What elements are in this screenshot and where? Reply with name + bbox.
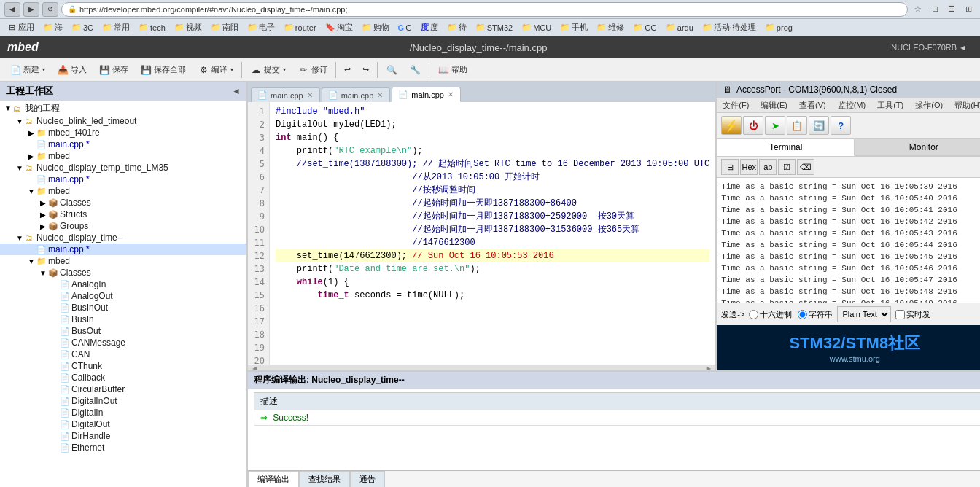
menu-monitor[interactable]: 监控(M) [832, 98, 872, 112]
project-tree[interactable]: ▼ 🗂 我的工程 ▼ 🗂 Nucleo_blink_led_timeout ▶ … [0, 101, 246, 487]
bm-taobao[interactable]: 🔖 淘宝 [322, 20, 357, 34]
tree-row-busin[interactable]: 📄 BusIn [0, 313, 246, 325]
tab-main2[interactable]: 📄 main.cpp ✕ [322, 87, 391, 102]
import-button[interactable]: 📥 导入 [52, 61, 92, 79]
tree-row-temp[interactable]: ▼ 🗂 Nucleo_display_temp_time_LM35 [0, 162, 246, 174]
tree-row-time[interactable]: ▼ 🗂 Nucleo_display_time-- [0, 232, 246, 244]
compile-button[interactable]: ⚙ 编译 ▾ [192, 61, 238, 79]
extensions-btn[interactable]: ⊞ [961, 2, 976, 17]
url-bar[interactable]: 🔒 https://developer.mbed.org/compiler/#n… [61, 2, 908, 17]
bm-3c[interactable]: 📁 3C [68, 21, 97, 34]
tree-row-temp-structs[interactable]: ▶ 📦 Structs [0, 209, 246, 220]
tree-row-circularbuf[interactable]: 📄 CircularBuffer [0, 383, 246, 395]
star-button[interactable]: ☆ [911, 2, 925, 17]
menu-operations[interactable]: 操作(O) [909, 98, 949, 112]
bm-cg[interactable]: 📁 CG [629, 21, 661, 34]
tab-close-2[interactable]: ✕ [376, 91, 384, 99]
tab-main1[interactable]: 📄 main.cpp ✕ [251, 87, 320, 102]
tree-row-root[interactable]: ▼ 🗂 我的工程 [0, 101, 246, 115]
tree-row-analogout[interactable]: 📄 AnalogOut [0, 290, 246, 302]
tree-row-businout[interactable]: 📄 BusInOut [0, 302, 246, 313]
menu-btn[interactable]: ☰ [944, 2, 959, 17]
icon-hex[interactable]: Hex [740, 159, 758, 175]
bm-g[interactable]: G G [394, 22, 416, 34]
tree-row-dirhandle[interactable]: 📄 DirHandle [0, 430, 246, 442]
new-button[interactable]: 📄 新建 ▾ [4, 61, 50, 79]
tree-row-cthunk[interactable]: 📄 CThunk [0, 360, 246, 372]
forward-button[interactable]: ▶ [23, 2, 39, 17]
tab-notices[interactable]: 通告 [350, 471, 385, 487]
search-button[interactable]: 🔍 [381, 61, 402, 79]
tree-row-blink-mbed[interactable]: ▶ 📁 mbed_f401re [0, 127, 246, 139]
icon-terminal[interactable]: ⊟ [721, 159, 739, 175]
submit-button[interactable]: ☁ 提交 ▾ [245, 61, 291, 79]
redo-button[interactable]: ↪ [357, 62, 374, 77]
bm-ardu[interactable]: 📁 ardu [662, 21, 697, 34]
tree-row-blink-main[interactable]: 📄 main.cpp * [0, 139, 246, 150]
rt-send-btn[interactable]: ➤ [765, 116, 785, 135]
tab-find-results[interactable]: 查找结果 [299, 471, 350, 487]
tree-row-time-main[interactable]: 📄 main.cpp * [0, 244, 246, 255]
tree-row-blink[interactable]: ▼ 🗂 Nucleo_blink_led_timeout [0, 115, 246, 127]
bm-hai[interactable]: 📁 海 [39, 20, 66, 34]
radio-hex[interactable] [749, 310, 758, 319]
tab-close-3[interactable]: ✕ [447, 90, 454, 98]
format-select[interactable]: Plain Text Hex Dec [837, 306, 891, 322]
menu-view[interactable]: 查看(V) [793, 98, 832, 112]
bm-nanyang[interactable]: 📁 南阳 [207, 20, 242, 34]
bm-mcu[interactable]: 📁 MCU [518, 21, 555, 34]
bm-stm32[interactable]: 📁 STM32 [472, 21, 516, 34]
bm-router[interactable]: 📁 router [280, 21, 320, 34]
tree-row-callback[interactable]: 📄 Callback [0, 372, 246, 383]
bm-prog[interactable]: 📁 prog [761, 21, 796, 34]
tree-row-canmessage[interactable]: 📄 CANMessage [0, 337, 246, 348]
tree-row-can[interactable]: 📄 CAN [0, 348, 246, 360]
save-button[interactable]: 💾 保存 [93, 61, 133, 79]
rt-help-btn[interactable]: ? [831, 116, 851, 135]
bm-wait[interactable]: 📁 待 [443, 20, 470, 34]
rt-clear-btn[interactable]: 📋 [787, 116, 807, 135]
bm-activity[interactable]: 📁 活动·待处理 [699, 20, 760, 34]
bm-video[interactable]: 📁 视频 [171, 20, 206, 34]
rt-connect-btn[interactable]: ⚡ [721, 116, 742, 135]
bm-baidu[interactable]: 度 度 [417, 20, 442, 34]
revise-button[interactable]: ✏ 修订 [292, 61, 332, 79]
tab-close-1[interactable]: ✕ [306, 91, 314, 99]
saveall-button[interactable]: 💾 保存全部 [135, 61, 191, 79]
bm-dianzi[interactable]: 📁 电子 [244, 20, 279, 34]
bm-repair[interactable]: 📁 维修 [593, 20, 628, 34]
tab-monitor[interactable]: Monitor [855, 139, 980, 156]
bm-shopping[interactable]: 📁 购物 [358, 20, 393, 34]
bookmark-btn[interactable]: ⊟ [928, 2, 942, 17]
tab-compile-output[interactable]: 编译输出 [248, 471, 299, 487]
tool-button[interactable]: 🔧 [404, 61, 426, 79]
collapse-button[interactable]: ◄ [232, 86, 241, 96]
menu-file[interactable]: 文件(F) [717, 98, 755, 112]
icon-clear[interactable]: ⌫ [797, 159, 814, 175]
menu-edit[interactable]: 编辑(E) [755, 98, 793, 112]
tree-row-digitalout[interactable]: 📄 DigitalOut [0, 418, 246, 430]
rt-power-btn[interactable]: ⏻ [743, 116, 763, 135]
tree-row-temp-classes[interactable]: ▶ 📦 Classes [0, 197, 246, 209]
tree-row-digitalinout[interactable]: 📄 DigitalInOut [0, 395, 246, 407]
tree-row-analogin[interactable]: 📄 AnalogIn [0, 278, 246, 290]
undo-button[interactable]: ↩ [339, 62, 356, 77]
menu-help[interactable]: 帮助(H) [949, 98, 980, 112]
tree-row-temp-main[interactable]: 📄 main.cpp * [0, 174, 246, 185]
bm-apps[interactable]: ⊞ 应用 [3, 20, 38, 34]
realtime-checkbox[interactable] [895, 310, 905, 319]
icon-ab[interactable]: ab [759, 159, 777, 175]
radio-str[interactable] [798, 310, 807, 319]
bm-common[interactable]: 📁 常用 [98, 20, 133, 34]
icon-check[interactable]: ☑ [778, 159, 796, 175]
editor-area[interactable]: 12345 678910 1112131415 1617181920 2122 … [248, 102, 715, 365]
tree-row-time-mbed[interactable]: ▼ 📁 mbed [0, 255, 246, 267]
code-editor[interactable]: #include "mbed.h" DigitalOut myled(LED1)… [270, 102, 715, 365]
rt-refresh-btn[interactable]: 🔄 [809, 116, 829, 135]
bm-phone[interactable]: 📁 手机 [556, 20, 591, 34]
tab-main3[interactable]: 📄 main.cpp ✕ [392, 87, 461, 102]
tree-row-temp-groups[interactable]: ▶ 📦 Groups [0, 220, 246, 232]
tab-terminal[interactable]: Terminal [717, 139, 855, 156]
tree-row-busout[interactable]: 📄 BusOut [0, 325, 246, 337]
tree-row-ethernet[interactable]: 📄 Ethernet [0, 442, 246, 453]
